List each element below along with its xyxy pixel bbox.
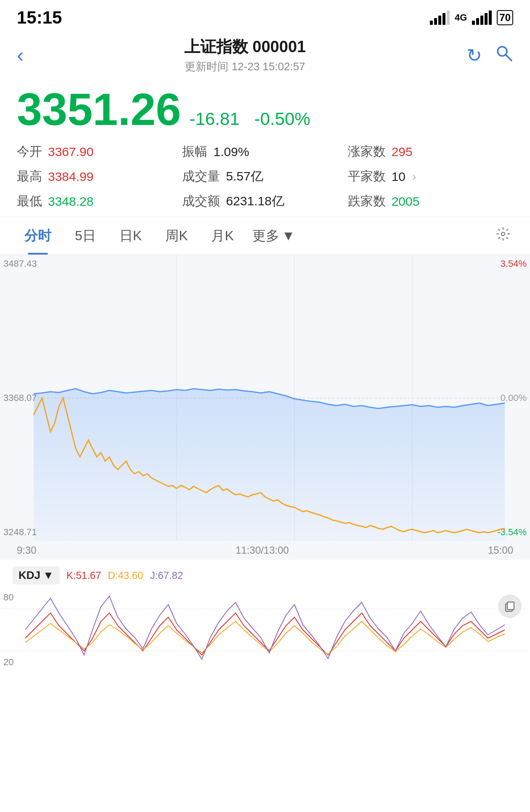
- stat-volume: 成交量 5.57亿: [182, 168, 347, 185]
- stat-label-low: 最低: [17, 193, 42, 210]
- x-label-mid: 11:30/13:00: [236, 544, 289, 556]
- stat-value-open: 3367.90: [48, 145, 93, 159]
- current-price: 3351.26: [17, 87, 181, 132]
- price-section: 3351.26 -16.81 -0.50%: [0, 78, 530, 136]
- battery-icon: 70: [497, 10, 513, 25]
- tab-monthk[interactable]: 月K: [199, 218, 245, 255]
- settings-icon[interactable]: [489, 217, 517, 255]
- stat-more-icon[interactable]: ›: [412, 170, 416, 183]
- status-bar: 15:15 4G 70: [0, 0, 530, 32]
- stats-grid: 今开 3367.90 振幅 1.09% 涨家数 295 最高 3384.99 成…: [0, 136, 530, 217]
- stat-falling: 跌家数 2005: [348, 193, 513, 210]
- kdj-chart: 80 20: [0, 588, 530, 672]
- refresh-button[interactable]: ↻: [466, 45, 482, 66]
- tab-fenshi[interactable]: 分时: [13, 218, 63, 255]
- chevron-down-icon: ▼: [282, 228, 295, 244]
- nav-actions: ↻: [466, 44, 513, 66]
- stat-label-falling: 跌家数: [348, 193, 386, 210]
- kdj-svg: [0, 588, 530, 672]
- stock-title: 上证指数 000001: [184, 36, 306, 58]
- battery-level: 70: [499, 12, 511, 23]
- stat-label-open: 今开: [17, 143, 42, 160]
- nav-title: 上证指数 000001 更新时间 12-23 15:02:57: [184, 36, 306, 74]
- tab-dayk[interactable]: 日K: [108, 218, 154, 255]
- stat-label-rising: 涨家数: [348, 143, 386, 160]
- svg-point-0: [498, 47, 507, 56]
- kdj-k-value: K:51.67: [66, 570, 101, 581]
- wifi-signal-icon: [472, 11, 492, 25]
- tab-5day[interactable]: 5日: [63, 218, 108, 255]
- chart-svg: [0, 255, 530, 541]
- tab-bar: 分时 5日 日K 周K 月K 更多 ▼: [0, 217, 530, 255]
- status-icons: 4G 70: [430, 10, 513, 25]
- stat-high: 最高 3384.99: [17, 168, 182, 185]
- network-text: 4G: [455, 12, 467, 23]
- main-chart: 3487.43 3368.07 3248.71 3.54% 0.00% -3.5…: [0, 255, 530, 541]
- price-change: -16.81 -0.50%: [189, 109, 310, 129]
- kdj-header: KDJ ▼ K:51.67 D:43.60 J:67.82: [0, 560, 530, 588]
- svg-point-2: [501, 232, 505, 236]
- kdj-y-label-20: 20: [3, 657, 13, 668]
- stat-label-amplitude: 振幅: [182, 143, 207, 160]
- header-nav: ‹ 上证指数 000001 更新时间 12-23 15:02:57 ↻: [0, 32, 530, 78]
- stat-today-open: 今开 3367.90: [17, 143, 182, 160]
- stat-value-amount: 6231.18亿: [226, 193, 284, 210]
- back-button[interactable]: ‹: [17, 45, 24, 65]
- kdj-dropdown-icon: ▼: [43, 569, 54, 582]
- stat-label-high: 最高: [17, 168, 42, 185]
- stat-value-flat: 10: [392, 170, 405, 184]
- stat-label-volume: 成交量: [182, 168, 220, 185]
- kdj-y-label-80: 80: [3, 592, 13, 603]
- stat-label-flat: 平家数: [348, 168, 386, 185]
- chart-x-labels: 9:30 11:30/13:00 15:00: [0, 541, 530, 560]
- tab-more-label: 更多: [252, 227, 279, 245]
- update-time: 更新时间 12-23 15:02:57: [184, 59, 306, 74]
- stat-value-falling: 2005: [392, 194, 420, 209]
- stat-amount: 成交额 6231.18亿: [182, 193, 347, 210]
- kdj-label: KDJ: [19, 569, 40, 582]
- stat-value-volume: 5.57亿: [226, 168, 263, 185]
- kdj-selector[interactable]: KDJ ▼: [13, 566, 60, 584]
- status-time: 15:15: [17, 8, 62, 28]
- svg-marker-7: [34, 389, 505, 541]
- kdj-j-value: J:67.82: [150, 570, 183, 581]
- x-label-end: 15:00: [488, 544, 513, 556]
- tab-weekk[interactable]: 周K: [154, 218, 199, 255]
- copy-button[interactable]: [498, 594, 522, 618]
- signal-icon: [430, 11, 450, 25]
- stat-low: 最低 3348.28: [17, 193, 182, 210]
- change-amount: -16.81: [189, 109, 239, 129]
- svg-rect-11: [507, 602, 514, 610]
- tab-more[interactable]: 更多 ▼: [246, 218, 302, 255]
- x-label-start: 9:30: [17, 544, 37, 556]
- stat-amplitude: 振幅 1.09%: [182, 143, 347, 160]
- change-pct: -0.50%: [254, 109, 310, 129]
- stat-value-rising: 295: [392, 145, 413, 159]
- stat-value-low: 3348.28: [48, 194, 93, 209]
- stat-label-amount: 成交额: [182, 193, 220, 210]
- svg-line-1: [506, 55, 511, 61]
- stat-rising: 涨家数 295: [348, 143, 513, 160]
- price-main: 3351.26 -16.81 -0.50%: [17, 87, 513, 132]
- search-button[interactable]: [495, 44, 513, 66]
- kdj-d-value: D:43.60: [108, 570, 143, 581]
- stat-value-amplitude: 1.09%: [213, 145, 249, 159]
- stat-value-high: 3384.99: [48, 170, 93, 184]
- stat-flat: 平家数 10 ›: [348, 168, 513, 185]
